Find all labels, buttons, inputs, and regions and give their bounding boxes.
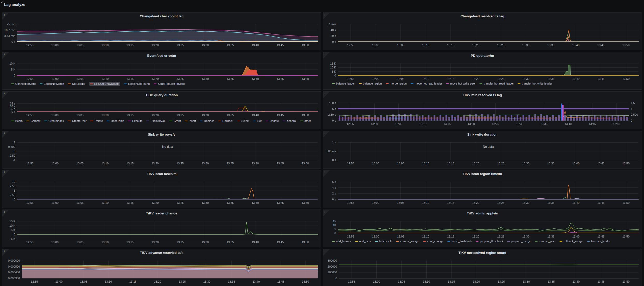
legend-item-RegionNotFound[interactable]: RegionNotFound [124, 82, 150, 86]
svg-text:13:15: 13:15 [126, 77, 134, 80]
legend-marker [476, 241, 478, 242]
svg-text:13:20: 13:20 [473, 280, 480, 283]
dashboard-row-header[interactable]: Lag analyze [0, 0, 644, 12]
legend-item-Rollback[interactable]: Rollback [218, 119, 233, 123]
no-data-label: No data [483, 145, 494, 149]
svg-text:5 s: 5 s [332, 107, 336, 110]
legend-item-transfer-hot-read-leader[interactable]: transfer-hot-read-leader [480, 82, 514, 85]
legend-item-balance-leader[interactable]: balance-leader [332, 82, 355, 85]
legend-item-batch-split[interactable]: batch-split [375, 239, 392, 243]
svg-text:13:10: 13:10 [422, 201, 429, 204]
legend-item-Commit[interactable]: Commit [26, 119, 40, 123]
panel-tikv-admin-apply-s: i TiKV admin apply/s 12:5513:0013:0513:1… [323, 210, 642, 247]
legend-item-other[interactable]: other [300, 119, 311, 123]
legend-item-EpochNotMatch[interactable]: EpochNotMatch [40, 82, 64, 86]
legend-item-NotLeader[interactable]: NotLeader [68, 82, 85, 86]
legend-item-rollback_merge[interactable]: rollback_merge [560, 239, 583, 243]
legend-item-CreateUser[interactable]: CreateUser [68, 119, 87, 123]
legend-marker [124, 83, 127, 84]
svg-text:15 K: 15 K [330, 62, 336, 65]
legend-item-remove_peer[interactable]: remove_peer [535, 239, 556, 243]
chart-plot[interactable]: 12:5513:0013:0513:1013:1513:2013:2513:30… [2, 92, 321, 129]
legend-marker [423, 241, 426, 242]
chart-canvas: 12:5513:0013:0513:1013:1513:2013:2513:30… [323, 131, 642, 169]
svg-text:10: 10 [12, 180, 15, 183]
legend-item-transfer-hot-write-leader[interactable]: transfer-hot-write-leader [518, 82, 552, 85]
svg-text:0: 0 [14, 150, 15, 153]
legend-item-Replace[interactable]: Replace [200, 119, 214, 123]
legend-item-prepare_flashback[interactable]: prepare_flashback [476, 239, 503, 243]
chart-canvas: 12:5513:0013:0513:1013:1513:2013:2513:30… [323, 170, 642, 208]
legend-item-SendRequestToStore[interactable]: SendRequestToStore [154, 82, 185, 86]
chart-plot[interactable]: 12:5513:0013:0513:1013:1513:2013:2513:30… [323, 92, 642, 129]
legend-marker [107, 121, 110, 121]
svg-text:1 min: 1 min [329, 23, 336, 26]
legend-item-DescTable[interactable]: DescTable [107, 119, 124, 123]
chart-plot[interactable]: 12:5513:0013:0513:1013:1513:2013:2513:30… [2, 210, 321, 247]
chart-canvas: 12:5513:0013:0513:1013:1513:2013:2513:30… [2, 13, 321, 50]
svg-text:13:25: 13:25 [497, 162, 504, 165]
svg-text:12:55: 12:55 [26, 201, 34, 204]
legend-marker [447, 241, 450, 242]
legend-item-ExplainSQL[interactable]: ExplainSQL [146, 119, 166, 123]
svg-text:12:55: 12:55 [26, 162, 34, 165]
svg-text:12:55: 12:55 [347, 77, 354, 80]
legend: ConnectToStoreEpochNotMatchNotLeaderRPCC… [11, 82, 319, 86]
svg-text:13:50: 13:50 [622, 280, 630, 283]
legend-item-prepare_merge[interactable]: prepare_merge [507, 239, 531, 243]
chart-plot[interactable]: 12:5513:0013:0513:1013:1513:2013:2513:30… [323, 170, 642, 208]
legend-item-commit_merge[interactable]: commit_merge [396, 239, 419, 243]
legend-item-add_learner[interactable]: add_learner [332, 239, 351, 243]
svg-text:12:55: 12:55 [347, 235, 354, 238]
legend-item-Delete[interactable]: Delete [90, 119, 103, 123]
legend-item-RPCCtxUnavailable[interactable]: RPCCtxUnavailable [89, 82, 120, 86]
chart-plot[interactable]: 12:5513:0013:0513:1013:1513:2013:2513:30… [2, 170, 321, 208]
svg-text:0: 0 [334, 232, 336, 235]
chart-plot[interactable]: 12:5513:0013:0513:1013:1513:2013:2513:30… [2, 13, 321, 50]
svg-text:13:00: 13:00 [372, 162, 379, 165]
legend-item-Set[interactable]: Set [253, 119, 262, 123]
svg-text:12:55: 12:55 [26, 44, 34, 47]
svg-text:13:50: 13:50 [613, 122, 620, 125]
legend-marker [507, 241, 510, 242]
legend-item-finish_flashback[interactable]: finish_flashback [447, 239, 472, 243]
legend-item-general[interactable]: general [283, 119, 296, 123]
svg-text:13:05: 13:05 [397, 162, 404, 165]
legend-item-CreateIndex[interactable]: CreateIndex [44, 119, 64, 123]
legend-item-Execute[interactable]: Execute [128, 119, 142, 123]
chart-plot[interactable]: 12:5513:0013:0513:1013:1513:2013:2513:30… [323, 249, 642, 286]
svg-text:13:05: 13:05 [76, 77, 84, 80]
legend-item-balance-region[interactable]: balance-region [359, 82, 382, 85]
chart-plot[interactable]: 12:5513:0013:0513:1013:1513:2013:2513:30… [2, 249, 321, 286]
svg-text:5: 5 [14, 189, 15, 192]
legend-item-Begin[interactable]: Begin [11, 119, 23, 123]
svg-text:13:30: 13:30 [203, 280, 211, 283]
legend-item-transfer_leader[interactable]: transfer_leader [587, 239, 610, 243]
legend-item-move-hot-write-peer[interactable]: move-hot-write-peer [446, 82, 476, 85]
svg-text:13:25: 13:25 [179, 280, 186, 283]
svg-text:12:55: 12:55 [347, 122, 354, 125]
legend-marker [266, 121, 268, 121]
legend-item-conf_change[interactable]: conf_change [423, 239, 443, 243]
chart-plot[interactable]: 12:5513:0013:0513:1013:1513:2013:2513:30… [323, 131, 642, 168]
chart-plot[interactable]: 12:5513:0013:0513:1013:1513:2013:2513:30… [2, 131, 321, 168]
svg-text:13:20: 13:20 [154, 280, 161, 283]
legend-item-Grant[interactable]: Grant [169, 119, 181, 123]
legend-item-ConnectToStore[interactable]: ConnectToStore [11, 82, 36, 86]
svg-text:13:50: 13:50 [622, 44, 630, 47]
svg-text:0: 0 [14, 198, 15, 201]
legend-item-Insert[interactable]: Insert [185, 119, 196, 123]
svg-text:13:10: 13:10 [101, 241, 109, 244]
svg-text:13:45: 13:45 [597, 235, 605, 238]
svg-text:0 s: 0 s [11, 110, 15, 113]
legend-marker [375, 241, 378, 242]
legend-item-move-hot-read-leader[interactable]: move-hot-read-leader [411, 82, 442, 85]
svg-text:13:05: 13:05 [397, 77, 404, 80]
legend-item-Select[interactable]: Select [237, 119, 249, 123]
legend-item-Update[interactable]: Update [266, 119, 279, 123]
chart-plot[interactable]: 12:5513:0013:0513:1013:1513:2013:2513:30… [323, 13, 642, 50]
legend-item-add_peer[interactable]: add_peer [355, 239, 371, 243]
legend-item-merge-region[interactable]: merge-region [386, 82, 407, 85]
legend-marker [154, 83, 156, 84]
svg-text:13:30: 13:30 [522, 201, 529, 204]
